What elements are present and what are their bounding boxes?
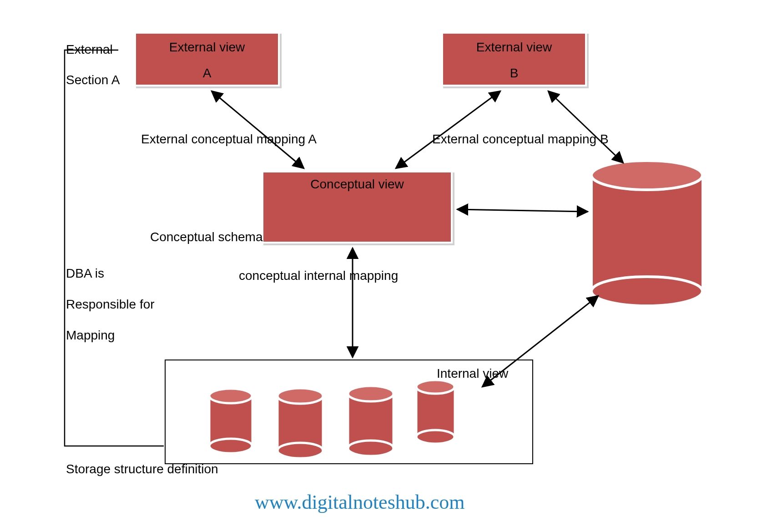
dba-bracket-line <box>65 50 164 446</box>
label-internal-view: Internal view <box>437 364 508 383</box>
external-view-a-box: External view A <box>134 32 280 86</box>
external-view-b-line2: B <box>510 64 519 82</box>
label-dbms3: System <box>601 262 643 281</box>
label-ext-map-a: External conceptual mapping A <box>141 130 317 149</box>
label-dba1: DBA is <box>66 264 104 283</box>
label-dbms2: Management <box>601 230 675 249</box>
label-ext-map-b: External conceptual mapping B <box>432 130 609 149</box>
external-view-a-line1: External view <box>169 40 245 54</box>
label-dba2: Responsible for <box>66 295 155 314</box>
external-view-a-line2: A <box>203 64 212 82</box>
watermark: www.digitalnoteshub.com <box>255 491 465 514</box>
label-external: External <box>66 40 113 59</box>
svg-point-4 <box>591 161 702 190</box>
label-dba3: Mapping <box>66 326 115 345</box>
label-dbms1: Database <box>601 198 655 217</box>
label-section-a: Section A <box>66 71 120 90</box>
svg-point-1 <box>591 277 702 306</box>
conceptual-view-line1: Conceptual view <box>310 177 404 191</box>
arrow-conceptual-dbms <box>457 209 588 212</box>
external-view-b-box: External view B <box>441 32 587 86</box>
label-conceptual-schema: Conceptual schema <box>150 228 262 247</box>
arrow-extb-dbms <box>548 91 623 163</box>
label-conc-int-map: conceptual internal mapping <box>239 266 398 285</box>
label-storage-def: Storage structure definition <box>66 460 218 479</box>
conceptual-view-box: Conceptual view <box>262 171 453 243</box>
external-view-b-line1: External view <box>476 40 552 54</box>
